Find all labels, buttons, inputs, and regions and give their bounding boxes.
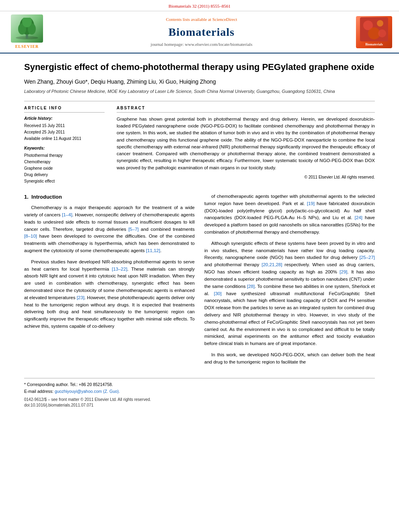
ref-11-12[interactable]: [11,12]: [146, 248, 160, 253]
ref-30[interactable]: [30]: [214, 291, 222, 296]
affiliation-line: Laboratory of Photonic Chinese Medicine,…: [24, 88, 375, 94]
body-columns: 1. Introduction Chemotherapy is a major …: [24, 193, 375, 370]
ref-5-7[interactable]: [5–7]: [128, 227, 139, 232]
body-right-column: of chemotherapeutic agents together with…: [204, 193, 375, 370]
elsevier-logo-section: ELSEVIER: [5, 14, 49, 49]
corresponding-author-note: * Corresponding author. Tel.: +86 20 852…: [24, 382, 375, 388]
ref-23[interactable]: [23]: [77, 295, 84, 300]
journal-homepage-url: journal homepage: www.elsevier.com/locat…: [151, 41, 253, 47]
body-section: 1. Introduction Chemotherapy is a major …: [24, 193, 375, 370]
article-info-column: Article Info Article history: Received 1…: [24, 105, 105, 185]
journal-citation: Biomaterials 32 (2011) 8555–8561: [0, 0, 399, 11]
body-left-column: 1. Introduction Chemotherapy is a major …: [24, 193, 195, 370]
article-info-row: Article Info Article history: Received 1…: [24, 101, 375, 185]
doi-line: doi:10.1016/j.biomaterials.2011.07.071: [24, 403, 375, 408]
abstract-heading: Abstract: [117, 105, 375, 113]
sciencedirect-link: Contents lists available at ScienceDirec…: [166, 16, 237, 23]
biomaterials-logo: Biomaterials: [356, 16, 392, 48]
ref-8-10[interactable]: [8–10]: [24, 234, 37, 238]
ref-28-2[interactable]: [28]: [247, 284, 255, 289]
abstract-column: Abstract Graphene has shown great potent…: [117, 105, 375, 185]
citation-text: Biomaterials 32 (2011) 8555–8561: [169, 4, 230, 8]
article-content: Synergistic effect of chemo-photothermal…: [0, 53, 399, 416]
body-paragraph-2: Previous studies have developed NIR-abso…: [24, 259, 195, 330]
email-note: E-mail address: guozhiyouyi@yahoo.com (Z…: [24, 388, 375, 394]
elsevier-logo: ELSEVIER: [11, 14, 43, 49]
ref-25-27[interactable]: [25–27]: [360, 255, 375, 260]
abstract-text: Graphene has shown great potential both …: [117, 116, 375, 171]
ref-13-22[interactable]: [13–22]: [112, 267, 127, 271]
body-paragraph-5: In this work, we developed NGO-PEG-DOX, …: [204, 351, 375, 366]
elsevier-brand-text: ELSEVIER: [15, 44, 39, 49]
body-paragraph-1: Chemotherapy is a major therapeutic appr…: [24, 204, 195, 255]
journal-header: ELSEVIER Contents lists available at Sci…: [0, 11, 399, 53]
ref-29[interactable]: [29]: [339, 269, 347, 274]
keyword-2: Chemotherapy: [24, 159, 105, 165]
elsevier-tree-logo: [11, 14, 43, 43]
section-1-title: 1. Introduction: [24, 193, 195, 201]
history-label: Article history:: [24, 116, 105, 121]
journal-title-section: Contents lists available at ScienceDirec…: [53, 14, 350, 49]
biomaterials-logo-label: Biomaterials: [365, 42, 383, 47]
keyword-1: Photothermal therapy: [24, 153, 105, 158]
ref-1-4[interactable]: [1–4]: [62, 212, 72, 217]
received-date: Received 15 July 2011: [24, 123, 105, 129]
authors-line: Wen Zhang, Zhouyi Guo*, Deqiu Huang, Zhi…: [24, 78, 375, 86]
body-paragraph-4: Although synergistic effects of these sy…: [204, 240, 375, 347]
issn-line: 0142-9612/$ – see front matter © 2011 El…: [24, 397, 375, 403]
copyright-line: © 2011 Elsevier Ltd. All rights reserved…: [117, 175, 375, 180]
svg-point-10: [378, 29, 386, 37]
email-link[interactable]: guozhiyouyi@yahoo.com (Z. Guo).: [55, 389, 120, 394]
ref-19[interactable]: [19]: [307, 201, 315, 206]
available-date: Available online 11 August 2011: [24, 136, 105, 142]
journal-title: Biomaterials: [169, 24, 234, 40]
ref-24[interactable]: [24]: [355, 215, 362, 220]
ref-20-28[interactable]: [20,21,28]: [261, 262, 282, 267]
article-info-heading: Article Info: [24, 105, 105, 113]
keyword-4: Drug delivery: [24, 172, 105, 178]
svg-point-8: [377, 20, 383, 27]
keyword-3: Graphene oxide: [24, 166, 105, 171]
keywords-label: Keywords:: [24, 146, 105, 151]
footnote-section: * Corresponding author. Tel.: +86 20 852…: [24, 378, 375, 408]
accepted-date: Accepted 25 July 2011: [24, 129, 105, 135]
article-title: Synergistic effect of chemo-photothermal…: [24, 62, 375, 73]
body-paragraph-3: of chemotherapeutic agents together with…: [204, 193, 375, 236]
keyword-5: Synergistic effect: [24, 179, 105, 184]
biomaterials-logo-section: Biomaterials: [354, 14, 394, 49]
